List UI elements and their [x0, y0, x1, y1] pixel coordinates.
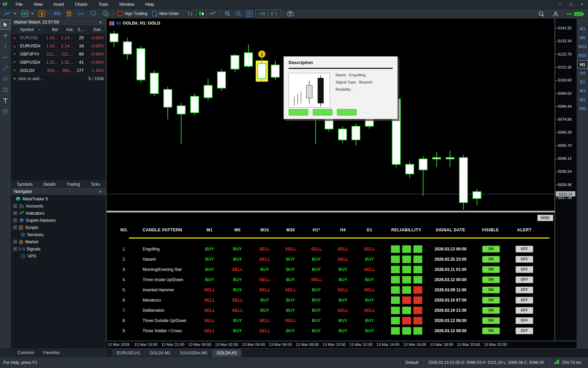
chart-shift-button[interactable]	[268, 10, 280, 18]
navigator-close-icon[interactable]: ×	[98, 189, 103, 194]
copy-trading-button[interactable]	[100, 10, 111, 18]
algo-trading-button[interactable]: Algo Trading	[115, 10, 149, 18]
close-button[interactable]: ×	[577, 1, 587, 8]
indicators-button[interactable]	[19, 10, 36, 18]
visible-toggle[interactable]: ON	[482, 256, 500, 263]
chart-window[interactable]: GOLD#, H1: GOLD 1 Description	[106, 19, 555, 348]
timeframe-m1-button[interactable]: M1	[577, 25, 588, 33]
zoom-in-button[interactable]	[223, 10, 233, 18]
channel-tool-button[interactable]	[1, 74, 11, 84]
navigator-item-services[interactable]: Services	[11, 231, 106, 238]
timeframe-m30-button[interactable]: M30	[577, 51, 588, 60]
navigator-item-accounts[interactable]: +Accounts	[11, 202, 106, 210]
connection-status-button[interactable]: LVL	[565, 10, 585, 18]
menu-tools[interactable]: Tools	[93, 0, 114, 9]
alert-toggle[interactable]: OFF	[516, 317, 533, 324]
expand-icon[interactable]: +	[13, 240, 17, 244]
price-axis[interactable]: 5141.925132.345122.765113.185103.605094.…	[555, 19, 576, 341]
market-watch-row[interactable]: ↘EURUSD#1.14...1.14...16-0.82%	[11, 42, 106, 50]
menu-window[interactable]: Window	[114, 0, 140, 9]
text-tool-button[interactable]	[1, 96, 11, 106]
shapes-tool-button[interactable]	[1, 107, 11, 117]
line-chart-type-button[interactable]	[207, 10, 218, 18]
market-watch-row[interactable]: ↗GOLD#502...502...177-1.16%	[11, 66, 106, 75]
column-header-s[interactable]: S...	[75, 26, 85, 34]
tab-details[interactable]: Details	[40, 181, 59, 188]
timeframe-h4-button[interactable]: H4	[577, 69, 588, 77]
visible-toggle[interactable]: ON	[482, 307, 500, 314]
market-watch-row[interactable]: ↗GBPJPY#211....211....89-0.65%	[11, 50, 106, 58]
bar-chart-type-button[interactable]	[185, 10, 196, 18]
maximize-button[interactable]: □	[566, 1, 576, 8]
navigator-item-vps[interactable]: VPS	[11, 252, 106, 260]
tab-ticks[interactable]: Ticks	[87, 181, 103, 188]
minimize-button[interactable]: −	[555, 1, 565, 8]
screenshot-button[interactable]	[285, 10, 296, 18]
visible-toggle[interactable]: ON	[482, 246, 500, 252]
visible-toggle[interactable]: ON	[482, 297, 500, 304]
trendline-tool-button[interactable]	[1, 63, 11, 73]
timeframe-d1-button[interactable]: D1	[577, 78, 588, 86]
fibonacci-tool-button[interactable]	[1, 85, 11, 95]
profile-name[interactable]: Default	[400, 359, 423, 366]
navigator-item-scripts[interactable]: +Scripts	[11, 224, 106, 231]
alert-toggle[interactable]: OFF	[516, 307, 533, 314]
timeframe-mn-button[interactable]: MN	[577, 105, 588, 113]
alert-toggle[interactable]: OFF	[516, 276, 533, 283]
alert-toggle[interactable]: OFF	[516, 297, 533, 304]
navigator-item-signals[interactable]: +Signals	[11, 245, 106, 252]
tab-symbols[interactable]: Symbols	[14, 181, 36, 188]
menu-insert[interactable]: Insert	[48, 0, 69, 9]
visible-toggle[interactable]: ON	[482, 317, 500, 324]
tab-favorites[interactable]: Favorites	[39, 349, 64, 356]
alert-toggle[interactable]: OFF	[516, 256, 533, 263]
menu-charts[interactable]: Charts	[69, 0, 93, 9]
column-header-bid[interactable]: Bid	[43, 26, 60, 34]
crosshair-tool-button[interactable]	[1, 30, 11, 41]
chart-tab-gold--h1[interactable]: GOLD#,H1	[212, 349, 241, 357]
menu-view[interactable]: View	[28, 0, 48, 9]
tile-windows-button[interactable]	[244, 10, 255, 18]
navigator-item-indicators[interactable]: +Indicators	[11, 210, 106, 217]
cursor-tool-button[interactable]	[1, 19, 11, 30]
navigator-item-market[interactable]: +Market	[11, 238, 106, 245]
market-watch-row[interactable]: ↗GBPUSD#1.32...1.32...41-0.89%	[11, 58, 106, 66]
auto-scroll-button[interactable]	[255, 10, 267, 18]
expand-icon[interactable]: +	[13, 218, 17, 222]
timeframe-h1-button[interactable]: H1	[577, 60, 588, 68]
menu-file[interactable]: File	[10, 0, 28, 9]
market-button[interactable]	[64, 10, 74, 18]
visible-toggle[interactable]: ON	[482, 276, 500, 283]
account-button[interactable]	[551, 10, 561, 18]
expand-icon[interactable]: +	[13, 247, 17, 251]
expand-icon[interactable]: +	[13, 204, 17, 208]
search-button[interactable]	[536, 10, 546, 18]
candlestick-type-button[interactable]	[196, 10, 207, 18]
alert-toggle[interactable]: OFF	[516, 287, 533, 293]
visible-toggle[interactable]: ON	[482, 287, 500, 293]
timeframe-m2-button[interactable]: M2	[577, 96, 588, 104]
vertical-line-tool-button[interactable]	[1, 41, 11, 51]
vps-cloud-button[interactable]	[88, 10, 99, 18]
chart-tab-eurusd-h1[interactable]: EURUSD,H1	[112, 349, 145, 357]
chart-profile-button[interactable]	[2, 10, 18, 18]
hide-button[interactable]: HIDE	[537, 215, 553, 221]
expand-icon[interactable]: +	[13, 211, 17, 215]
alert-toggle[interactable]: OFF	[516, 266, 533, 273]
chart-tab-xauusdm-m5[interactable]: XAUUSDm,M5	[176, 349, 212, 357]
timeframe-m15-button[interactable]: M15	[577, 43, 588, 51]
chart-tab-gold--m1[interactable]: GOLD#,M1	[145, 349, 175, 357]
column-header-symbol[interactable]: Symbol ✓	[19, 26, 43, 34]
tab-common[interactable]: Common	[14, 349, 38, 356]
timeframe-m5-button[interactable]: M5	[577, 34, 588, 42]
tab-trading[interactable]: Trading	[63, 181, 83, 188]
market-watch-row[interactable]: ↘EURUSD1.14...1.14...25-0.82%	[11, 34, 106, 42]
timeframe-w1-button[interactable]: W1	[577, 87, 588, 95]
visible-toggle[interactable]: ON	[482, 327, 500, 334]
new-order-button[interactable]: New Order	[150, 10, 181, 18]
expand-icon[interactable]: +	[13, 226, 17, 229]
zoom-out-button[interactable]	[233, 10, 244, 18]
column-header-dail[interactable]: Dail...	[85, 26, 105, 34]
navigator-item-expert-advisors[interactable]: +Expert Advisors	[11, 217, 106, 224]
column-header-ask[interactable]: Ask	[60, 26, 75, 34]
